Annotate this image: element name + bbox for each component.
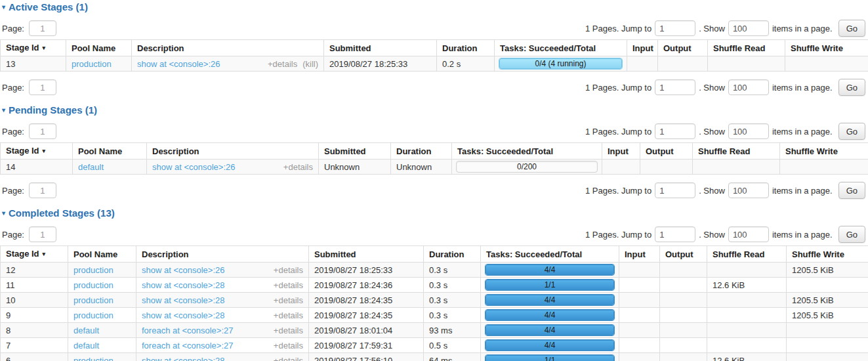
column-header[interactable]: Description <box>136 246 309 263</box>
column-header[interactable]: Duration <box>424 246 481 263</box>
stage-id-cell: 7 <box>1 338 68 353</box>
section-title[interactable]: ▾Active Stages (1) <box>2 1 868 12</box>
page-size-input[interactable] <box>728 79 769 95</box>
page-size-input[interactable] <box>728 123 769 139</box>
stage-description-link[interactable]: show at <console>:26 <box>152 161 278 173</box>
column-header[interactable]: Stage Id▾ <box>1 143 73 159</box>
pool-name-link[interactable]: production <box>73 265 114 275</box>
jump-to-input[interactable] <box>655 123 695 139</box>
column-header[interactable]: Shuffle Read <box>693 143 780 159</box>
column-header[interactable]: Output <box>640 143 693 159</box>
page-label: Page: <box>2 83 24 93</box>
column-header-label: Tasks: Succeeded/Total <box>486 249 582 259</box>
sort-desc-icon: ▾ <box>43 45 46 51</box>
pagination-controls: 1 Pages. Jump to. Showitems in a page.Go <box>582 20 865 37</box>
column-header[interactable]: Output <box>658 40 708 56</box>
stage-description-link[interactable]: show at <console>:28 <box>142 310 268 321</box>
pool-name-link[interactable]: production <box>73 295 114 305</box>
jump-to-input[interactable] <box>655 182 695 198</box>
page-number-input[interactable] <box>29 226 56 242</box>
column-header[interactable]: Input <box>619 246 660 263</box>
details-toggle[interactable]: +details <box>274 325 303 336</box>
go-button[interactable]: Go <box>838 123 865 140</box>
column-header[interactable]: Shuffle Read <box>707 246 787 263</box>
column-header[interactable]: Shuffle Write <box>785 40 868 56</box>
column-header[interactable]: Input <box>627 40 658 56</box>
go-button[interactable]: Go <box>838 79 865 96</box>
column-header[interactable]: Shuffle Write <box>787 246 868 263</box>
stage-description-link[interactable]: show at <console>:28 <box>142 295 268 306</box>
column-header[interactable]: Output <box>660 246 707 263</box>
kill-link[interactable]: (kill) <box>302 58 318 70</box>
page-number-input[interactable] <box>29 182 56 198</box>
stage-description-link[interactable]: foreach at <console>:27 <box>142 340 268 351</box>
column-header[interactable]: Submitted <box>309 246 424 263</box>
go-button[interactable]: Go <box>838 226 865 243</box>
column-header[interactable]: Pool Name <box>73 143 147 159</box>
column-header[interactable]: Stage Id▾ <box>1 246 68 263</box>
column-header[interactable]: Tasks: Succeeded/Total <box>452 143 602 159</box>
stage-description-link[interactable]: foreach at <console>:27 <box>142 325 268 336</box>
column-header[interactable]: Submitted <box>324 40 437 56</box>
pagination-bar: Page:1 Pages. Jump to. Showitems in a pa… <box>2 79 865 96</box>
pool-name-link[interactable]: production <box>73 356 114 361</box>
page-size-input[interactable] <box>728 20 769 36</box>
column-header[interactable]: Shuffle Write <box>780 143 868 159</box>
column-header[interactable]: Shuffle Read <box>708 40 785 56</box>
stage-description-link[interactable]: show at <console>:26 <box>142 265 268 276</box>
shuffle-read-cell <box>707 263 787 278</box>
progress-label: 4/4 <box>486 265 614 275</box>
header-row: Stage Id▾Pool NameDescriptionSubmittedDu… <box>1 143 868 159</box>
go-button[interactable]: Go <box>838 182 865 199</box>
section-title[interactable]: ▾Pending Stages (1) <box>2 104 868 116</box>
details-toggle[interactable]: +details <box>274 280 303 291</box>
stage-description-link[interactable]: show at <console>:26 <box>137 58 262 70</box>
section-title[interactable]: ▾Completed Stages (13) <box>2 207 868 219</box>
jump-to-input[interactable] <box>655 20 695 36</box>
details-toggle[interactable]: +details <box>274 340 303 351</box>
pool-name-link[interactable]: production <box>73 280 114 290</box>
jump-to-input[interactable] <box>655 226 695 242</box>
column-header[interactable]: Pool Name <box>68 246 136 263</box>
details-toggle[interactable]: +details <box>274 265 303 276</box>
column-header[interactable]: Description <box>147 143 319 159</box>
pool-name-link[interactable]: production <box>72 59 112 69</box>
pool-name-link[interactable]: default <box>73 341 99 350</box>
duration-cell: 0.3 s <box>424 278 481 293</box>
jump-to-input[interactable] <box>655 79 695 95</box>
output-cell <box>660 308 707 323</box>
pool-name-link[interactable]: default <box>78 162 104 172</box>
pool-name-link[interactable]: default <box>73 326 99 335</box>
page-number-input[interactable] <box>29 20 56 36</box>
stage-description-link[interactable]: show at <console>:28 <box>142 355 268 361</box>
details-toggle[interactable]: +details <box>283 161 313 173</box>
stage-description-link[interactable]: show at <console>:28 <box>142 280 268 291</box>
column-header[interactable]: Pool Name <box>66 40 132 56</box>
column-header-label: Shuffle Write <box>791 43 843 53</box>
section-title-label: Completed Stages (13) <box>9 207 115 219</box>
page-number-input[interactable] <box>29 123 56 139</box>
page-number-input[interactable] <box>29 79 56 95</box>
pool-name-link[interactable]: production <box>73 310 114 320</box>
details-toggle[interactable]: +details <box>274 355 303 361</box>
column-header-label: Submitted <box>324 146 366 156</box>
details-toggle[interactable]: +details <box>274 295 303 306</box>
column-header[interactable]: Tasks: Succeeded/Total <box>481 246 619 263</box>
column-header[interactable]: Duration <box>437 40 495 56</box>
column-header[interactable]: Submitted <box>319 143 391 159</box>
column-header[interactable]: Duration <box>391 143 452 159</box>
stage-row: 6productionshow at <console>:28+details2… <box>1 353 868 361</box>
page-size-input[interactable] <box>728 182 769 198</box>
column-header[interactable]: Description <box>132 40 324 56</box>
show-text: . Show <box>699 24 725 33</box>
details-toggle[interactable]: +details <box>274 310 303 321</box>
column-header[interactable]: Tasks: Succeeded/Total <box>495 40 627 56</box>
column-header[interactable]: Stage Id▾ <box>1 40 66 56</box>
details-toggle[interactable]: +details <box>268 58 297 70</box>
column-header[interactable]: Input <box>602 143 640 159</box>
page-size-input[interactable] <box>728 226 769 242</box>
stage-row: 9productionshow at <console>:28+details2… <box>1 308 868 323</box>
go-button[interactable]: Go <box>838 20 865 37</box>
shuffle-read-cell <box>707 338 787 353</box>
pages-count-text: 1 Pages. Jump to <box>585 83 651 93</box>
